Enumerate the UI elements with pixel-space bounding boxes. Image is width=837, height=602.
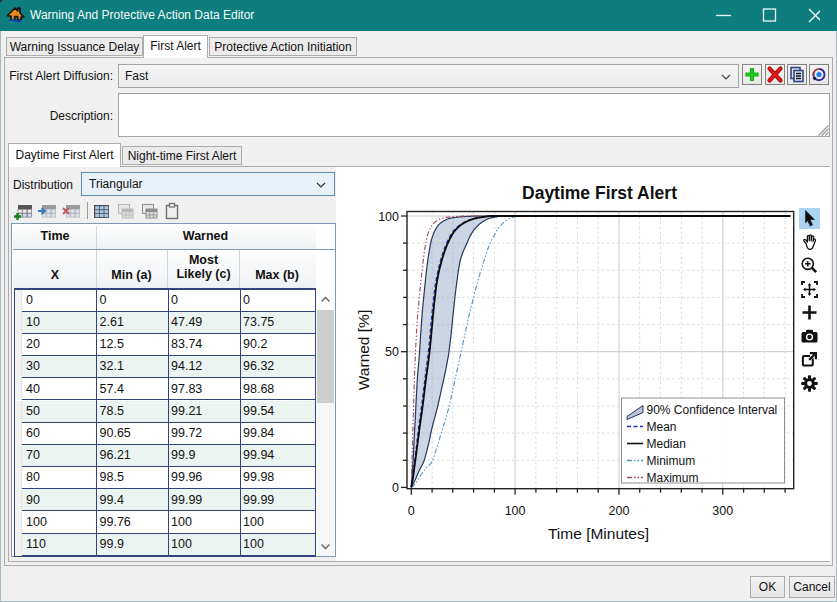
svg-text:Median: Median [647,437,686,451]
svg-text:0: 0 [408,504,415,518]
svg-text:Daytime First Alert: Daytime First Alert [522,183,677,203]
svg-text:Minimum: Minimum [647,454,696,468]
svg-text:300: 300 [712,504,733,518]
svg-text:0: 0 [392,481,399,495]
svg-text:Warned [%]: Warned [%] [355,310,372,390]
svg-text:Maximum: Maximum [647,471,699,485]
svg-text:90% Confidence Interval: 90% Confidence Interval [647,403,778,417]
svg-text:50: 50 [385,345,399,359]
svg-text:100: 100 [378,210,399,224]
svg-text:100: 100 [505,504,526,518]
svg-text:200: 200 [609,504,630,518]
svg-text:Mean: Mean [647,420,677,434]
svg-text:Time [Minutes]: Time [Minutes] [548,525,649,542]
